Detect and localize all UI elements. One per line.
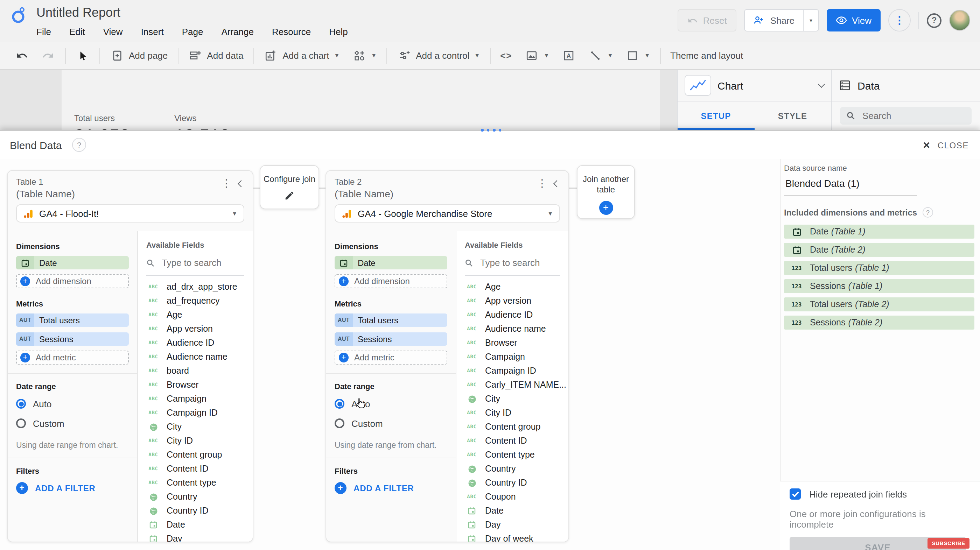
tab-setup[interactable]: SETUP (678, 102, 754, 130)
date-range-custom-option[interactable]: Custom (16, 417, 129, 430)
included-field-chip[interactable]: 123 Sessions(Table 2) (784, 316, 974, 329)
field-search-input[interactable] (160, 257, 237, 269)
community-visualizations-button[interactable]: ▼ (352, 49, 377, 63)
included-field-chip[interactable]: 123 Total users(Table 2) (784, 297, 974, 312)
metric-chip[interactable]: AUT Total users (335, 313, 447, 327)
table-menu-kebab-icon[interactable]: ⋮ (537, 177, 547, 190)
included-field-chip[interactable]: Date(Table 1) (784, 225, 974, 238)
field-row[interactable]: ABC App version (138, 322, 253, 336)
field-row[interactable]: ABC Content group (457, 420, 568, 434)
insert-image-button[interactable]: ▼ (525, 49, 549, 63)
field-row[interactable]: ABC Age (138, 308, 253, 322)
add-page-button[interactable]: Add page (110, 49, 168, 63)
field-row[interactable]: ABC Coupon (457, 490, 568, 504)
undo-button[interactable] (15, 49, 29, 63)
collapse-table-icon[interactable] (554, 180, 560, 187)
table-menu-kebab-icon[interactable]: ⋮ (221, 177, 232, 190)
data-search-input[interactable] (861, 110, 959, 122)
field-search-box[interactable] (146, 257, 244, 276)
add-metric-button[interactable]: + Add metric (16, 351, 129, 364)
chart-type-thumbnail[interactable] (685, 75, 711, 96)
field-row[interactable]: Date (457, 504, 568, 518)
field-row[interactable]: Day (457, 518, 568, 532)
field-row[interactable]: ABC Content ID (457, 434, 568, 448)
menu-item[interactable]: Resource (272, 27, 311, 37)
field-row[interactable]: ABC ad_frequency (138, 294, 253, 308)
field-row[interactable]: ABC Campaign ID (138, 406, 253, 420)
data-source-name-field[interactable] (784, 177, 917, 196)
field-row[interactable]: ABC board (138, 364, 253, 378)
insert-shape-button[interactable]: ▼ (625, 49, 650, 63)
field-row[interactable]: Country (457, 462, 568, 476)
embed-url-button[interactable]: <> (500, 50, 512, 61)
field-row[interactable]: ABC Carly_ITEM NAME... (457, 378, 568, 392)
view-button[interactable]: View (827, 9, 881, 32)
field-search-box[interactable] (465, 257, 560, 276)
field-row[interactable]: City (457, 392, 568, 406)
table-name-placeholder[interactable]: (Table Name) (16, 188, 75, 199)
menu-item[interactable]: Arrange (221, 27, 254, 37)
field-row[interactable]: Date (138, 518, 253, 532)
field-row[interactable]: ABC Audience ID (138, 336, 253, 350)
metric-chip[interactable]: AUT Total users (16, 313, 129, 327)
share-button[interactable]: Share (745, 10, 803, 31)
blend-help-icon[interactable]: ? (72, 138, 86, 152)
field-row[interactable]: ABC Age (457, 280, 568, 294)
menu-item[interactable]: Page (182, 27, 204, 37)
field-row[interactable]: ABC Browser (138, 378, 253, 392)
add-control-button[interactable]: Add a control▼ (397, 49, 480, 63)
more-options-button[interactable]: ⋮ (888, 9, 911, 32)
tab-style[interactable]: STYLE (754, 102, 831, 130)
field-row[interactable]: ABC Content type (138, 476, 253, 490)
field-search-input[interactable] (479, 257, 556, 269)
menu-item[interactable]: Edit (69, 27, 85, 37)
field-row[interactable]: Day of week (457, 532, 568, 542)
date-range-custom-option[interactable]: Custom (335, 417, 447, 430)
reset-button[interactable]: Reset (678, 9, 737, 32)
field-row[interactable]: City (138, 420, 253, 434)
collapse-table-icon[interactable] (238, 180, 245, 187)
add-dimension-button[interactable]: + Add dimension (335, 274, 447, 288)
field-row[interactable]: Country (138, 490, 253, 504)
hide-repeated-join-fields-option[interactable]: Hide repeated join fields (790, 488, 970, 500)
close-button[interactable]: × CLOSE (923, 139, 969, 151)
dimension-chip[interactable]: Date (335, 256, 447, 269)
menu-item[interactable]: View (103, 27, 123, 37)
data-source-name-input[interactable] (784, 177, 917, 190)
add-filter-button[interactable]: + ADD A FILTER (335, 482, 447, 494)
select-tool-button[interactable] (76, 49, 90, 63)
menu-item[interactable]: Insert (141, 27, 164, 37)
add-dimension-button[interactable]: + Add dimension (16, 274, 129, 288)
field-row[interactable]: ABC Audience ID (457, 308, 568, 322)
field-row[interactable]: ABC Audience name (457, 322, 568, 336)
add-data-button[interactable]: Add data (188, 49, 243, 63)
insert-line-button[interactable]: ▼ (589, 49, 613, 63)
field-row[interactable]: ABC Content ID (138, 462, 253, 476)
avatar[interactable] (949, 10, 970, 31)
configure-join-card[interactable]: Configure join (260, 165, 319, 209)
data-source-selector[interactable]: GA4 - Flood-It! ▼ (16, 204, 244, 223)
field-row[interactable]: Country ID (138, 504, 253, 518)
field-row[interactable]: ABC Campaign (138, 392, 253, 406)
metric-chip[interactable]: AUT Sessions (335, 332, 447, 346)
add-metric-button[interactable]: + Add metric (335, 351, 447, 364)
field-row[interactable]: ABC ad_drx_app_store (138, 280, 253, 294)
chart-selector-label[interactable]: Chart (718, 79, 813, 91)
field-row[interactable]: ABC City ID (138, 434, 253, 448)
add-chart-button[interactable]: Add a chart▼ (264, 49, 339, 63)
menu-item[interactable]: File (37, 27, 51, 37)
table-name-placeholder[interactable]: (Table Name) (335, 188, 393, 199)
help-button[interactable]: ? (927, 13, 942, 28)
field-row[interactable]: ABC Content group (138, 448, 253, 462)
field-row[interactable]: ABC Browser (457, 336, 568, 350)
date-range-auto-option[interactable]: Auto (16, 397, 129, 410)
field-row[interactable]: Day (138, 532, 253, 542)
field-row[interactable]: ABC Campaign ID (457, 364, 568, 378)
field-row[interactable]: Country ID (457, 476, 568, 490)
field-row[interactable]: ABC City ID (457, 406, 568, 420)
menu-item[interactable]: Help (329, 27, 348, 37)
included-field-chip[interactable]: 123 Sessions(Table 1) (784, 279, 974, 293)
theme-and-layout-button[interactable]: Theme and layout (670, 50, 743, 61)
chevron-down-icon[interactable] (818, 81, 825, 88)
redo-button[interactable] (41, 49, 55, 63)
